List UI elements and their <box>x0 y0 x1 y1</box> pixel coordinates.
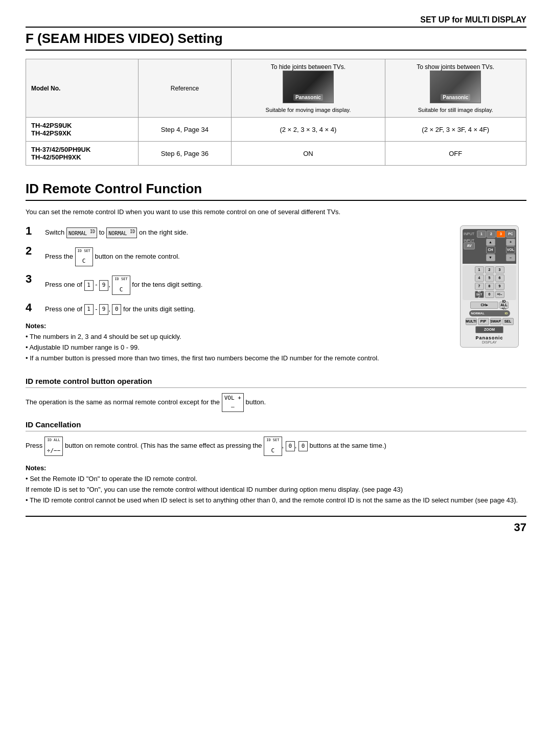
step-4-number: 4 <box>26 302 41 313</box>
table-row: TH-37/42/50PH9UKTH-42/50PH9XK Step 6, Pa… <box>26 142 526 166</box>
step-4: 4 Press one of 1 - 9, 0 for the units di… <box>26 302 450 315</box>
remote-control-image: INPUT 1 2 3 PC INPUT AV ▲ <box>460 225 519 348</box>
step-2-number: 2 <box>26 245 41 257</box>
notes-2-title: Notes: <box>26 464 526 472</box>
step-1: 1 Switch NORMAL ID to NORMAL ID on the r… <box>26 225 450 238</box>
step-1-number: 1 <box>26 225 41 237</box>
page-number: 37 <box>26 516 526 534</box>
table-cell-show2: OFF <box>385 142 526 166</box>
subsection-id-remote-text: The operation is the same as normal remo… <box>26 393 526 412</box>
table-col-hide: To hide joints between TVs. Panasonic Su… <box>232 59 385 118</box>
step-3-text: Press one of 1 - 9, ID SETC for the tens… <box>45 273 450 295</box>
step3-btn1: 1 <box>84 280 94 291</box>
table-col-reference: Reference <box>138 59 232 118</box>
step-2-text: Press the ID SETC button on the remote c… <box>45 245 450 267</box>
notes-2-list: Set the Remote ID "On" to operate the ID… <box>26 474 526 506</box>
table-cell-show1: (2 × 2F, 3 × 3F, 4 × 4F) <box>385 118 526 142</box>
id-all-btn: ID ALL÷/−− <box>44 437 63 456</box>
zero-btn-2: 0 <box>298 441 308 452</box>
step-4-text: Press one of 1 - 9, 0 for the units digi… <box>45 302 450 315</box>
step2-btn-c: ID SETC <box>75 247 93 267</box>
subsection-id-remote: ID remote control button operation The o… <box>26 377 526 412</box>
subsection-id-remote-title: ID remote control button operation <box>26 377 526 388</box>
table-cell-hide2: ON <box>232 142 385 166</box>
seam-table: Model No. Reference To hide joints betwe… <box>26 59 526 166</box>
remote-display-label: DISPLAY <box>463 340 516 344</box>
step4-btn0: 0 <box>112 304 121 315</box>
step4-btn9: 9 <box>99 304 108 315</box>
header-title: SET UP for MULTI DISPLAY <box>420 15 526 24</box>
table-col-model: Model No. <box>26 59 139 118</box>
step3-btn-c: ID SETC <box>112 276 130 295</box>
id-intro-text: You can set the remote control ID when y… <box>26 207 526 217</box>
vol-btn-icon: VOL +– <box>222 393 244 412</box>
switch-icon-from: NORMAL ID <box>66 227 97 238</box>
subsection-id-cancel: ID Cancellation Press ID ALL÷/−− button … <box>26 420 526 456</box>
seam-section-title: F (SEAM HIDES VIDEO) Setting <box>26 31 526 51</box>
notes-1-list: The numbers in 2, 3 and 4 should be set … <box>26 332 450 363</box>
note-2-item-2: The ID remote control cannot be used whe… <box>26 495 526 506</box>
step-3: 3 Press one of 1 - 9, ID SETC for the te… <box>26 273 450 295</box>
remote-brand-label: Panasonic <box>463 335 516 340</box>
steps-column: 1 Switch NORMAL ID to NORMAL ID on the r… <box>26 225 450 372</box>
step3-btn9: 9 <box>99 280 108 291</box>
c-btn: ID SETC <box>264 437 282 456</box>
note-1-item-3: If a number button is pressed more than … <box>26 353 450 364</box>
table-col-show: To show joints between TVs. Panasonic Su… <box>385 59 526 118</box>
switch-icon-to: NORMAL ID <box>106 227 137 238</box>
page-header: SET UP for MULTI DISPLAY <box>26 15 526 28</box>
subsection-id-cancel-title: ID Cancellation <box>26 420 526 431</box>
subsection-id-cancel-text: Press ID ALL÷/−− button on remote contro… <box>26 437 526 456</box>
note-2-item-1: Set the Remote ID "On" to operate the ID… <box>26 474 526 495</box>
table-cell-model1: TH-42PS9UKTH-42PS9XK <box>26 118 139 142</box>
step-1-text: Switch NORMAL ID to NORMAL ID on the rig… <box>45 225 450 238</box>
notes-section-1: Notes: The numbers in 2, 3 and 4 should … <box>26 322 450 363</box>
table-cell-model2: TH-37/42/50PH9UKTH-42/50PH9XK <box>26 142 139 166</box>
steps-remote-wrapper: 1 Switch NORMAL ID to NORMAL ID on the r… <box>26 225 526 372</box>
note-1-item-1: The numbers in 2, 3 and 4 should be set … <box>26 332 450 342</box>
step4-btn1: 1 <box>84 304 94 315</box>
table-row: TH-42PS9UKTH-42PS9XK Step 4, Page 34 (2 … <box>26 118 526 142</box>
notes-section-2: Notes: Set the Remote ID "On" to operate… <box>26 464 526 506</box>
step-3-number: 3 <box>26 273 41 285</box>
step-2: 2 Press the ID SETC button on the remote… <box>26 245 450 267</box>
table-cell-ref2: Step 6, Page 36 <box>138 142 232 166</box>
table-cell-hide1: (2 × 2, 3 × 3, 4 × 4) <box>232 118 385 142</box>
note-1-item-2: Adjustable ID number range is 0 - 99. <box>26 342 450 353</box>
id-section-title: ID Remote Control Function <box>26 181 526 201</box>
zero-btn-1: 0 <box>286 441 295 452</box>
table-cell-ref1: Step 4, Page 34 <box>138 118 232 142</box>
remote-illustration-column: INPUT 1 2 3 PC INPUT AV ▲ <box>460 225 526 372</box>
notes-1-title: Notes: <box>26 322 450 330</box>
